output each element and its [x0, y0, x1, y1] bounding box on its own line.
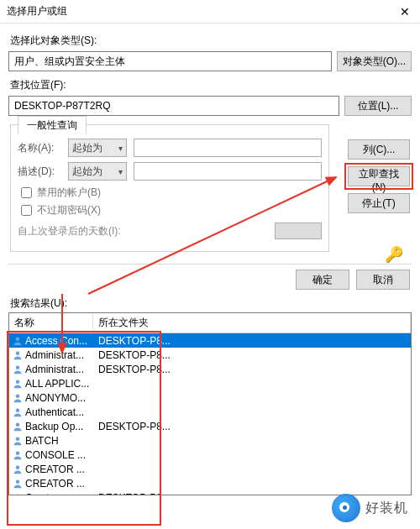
desc-op-value: 起始为	[72, 165, 102, 179]
desc-op-select[interactable]: 起始为 ▾	[68, 162, 127, 181]
table-row[interactable]: BATCH	[9, 433, 411, 448]
disabled-accounts-checkbox[interactable]: 禁用的帐户(B)	[21, 186, 322, 200]
table-row[interactable]: CREATOR ...	[9, 462, 411, 476]
name-op-select[interactable]: 起始为 ▾	[68, 139, 127, 157]
col-header-name[interactable]: 名称	[9, 313, 93, 333]
table-row[interactable]: Backup Op...DESKTOP-P8...	[9, 419, 411, 433]
right-button-column: 列(C)... 立即查找(N) 停止(T)	[348, 139, 410, 213]
titlebar: 选择用户或组 ✕	[0, 0, 420, 24]
table-row[interactable]: Administrat...DESKTOP-P8...	[9, 362, 411, 376]
chevron-down-icon: ▾	[118, 167, 123, 176]
col-header-folder[interactable]: 所在文件夹	[93, 313, 411, 333]
table-row[interactable]: Access Con...DESKTOP-P8...	[9, 333, 411, 348]
name-label: 名称(A):	[18, 141, 61, 155]
desc-label: 描述(D):	[18, 165, 61, 179]
table-row[interactable]: CREATOR ...	[9, 476, 411, 490]
object-types-button[interactable]: 对象类型(O)...	[337, 51, 412, 71]
svg-point-7	[16, 437, 20, 441]
svg-point-9	[16, 465, 20, 469]
results-list[interactable]: 名称 所在文件夹 Access Con...DESKTOP-P8...Admin…	[8, 312, 412, 495]
locations-button[interactable]: 位置(L)...	[344, 96, 412, 116]
svg-point-4	[16, 394, 20, 398]
svg-point-6	[16, 422, 20, 427]
table-row[interactable]: Administrat...DESKTOP-P8...	[9, 348, 411, 362]
table-row[interactable]: CONSOLE ...	[9, 448, 411, 462]
svg-point-3	[16, 380, 20, 384]
svg-point-8	[16, 451, 20, 455]
dialog-title: 选择用户或组	[7, 4, 67, 18]
results-body[interactable]: Access Con...DESKTOP-P8...Administrat...…	[9, 333, 411, 495]
find-now-button[interactable]: 立即查找(N)	[348, 166, 410, 186]
key-icon: 🔑	[385, 245, 403, 264]
ok-button[interactable]: 确定	[296, 270, 349, 290]
table-row[interactable]: ALL APPLIC...	[9, 376, 411, 390]
chevron-down-icon: ▾	[118, 144, 123, 153]
object-type-input[interactable]	[8, 51, 332, 71]
svg-point-11	[16, 494, 20, 495]
watermark: 好装机	[332, 494, 408, 522]
desc-input[interactable]	[134, 162, 322, 181]
days-since-login-label: 自上次登录后的天数(I):	[18, 224, 121, 238]
svg-point-10	[16, 479, 20, 484]
object-type-label: 选择此对象类型(S):	[10, 34, 412, 48]
columns-button[interactable]: 列(C)...	[348, 139, 410, 160]
results-header: 名称 所在文件夹	[9, 313, 411, 333]
stop-button[interactable]: 停止(T)	[348, 193, 410, 213]
search-results-label: 搜索结果(U):	[0, 293, 420, 312]
close-icon[interactable]: ✕	[396, 5, 413, 18]
nonexpire-pw-box[interactable]	[21, 205, 32, 216]
watermark-logo-icon	[332, 494, 360, 522]
svg-point-5	[16, 408, 20, 412]
cancel-button[interactable]: 取消	[356, 270, 410, 290]
svg-point-0	[16, 337, 20, 341]
svg-point-2	[16, 365, 20, 369]
svg-point-1	[16, 351, 20, 355]
common-queries-fieldset: 一般性查询 名称(A): 起始为 ▾ 描述(D): 起始为 ▾ 禁用的帐户(B)…	[10, 124, 329, 252]
table-row[interactable]: Authenticat...	[9, 405, 411, 419]
days-since-login-select[interactable]	[275, 223, 322, 239]
nonexpire-pw-checkbox[interactable]: 不过期密码(X)	[21, 203, 322, 217]
dialog-action-row: 确定 取消	[0, 264, 420, 293]
table-row[interactable]: ANONYMO...	[9, 390, 411, 405]
location-label: 查找位置(F):	[10, 78, 412, 92]
common-queries-tab[interactable]: 一般性查询	[18, 116, 87, 135]
name-input[interactable]	[134, 139, 322, 157]
location-input[interactable]	[8, 96, 339, 116]
disabled-accounts-box[interactable]	[21, 187, 32, 198]
name-op-value: 起始为	[72, 141, 102, 155]
watermark-text: 好装机	[365, 500, 408, 517]
